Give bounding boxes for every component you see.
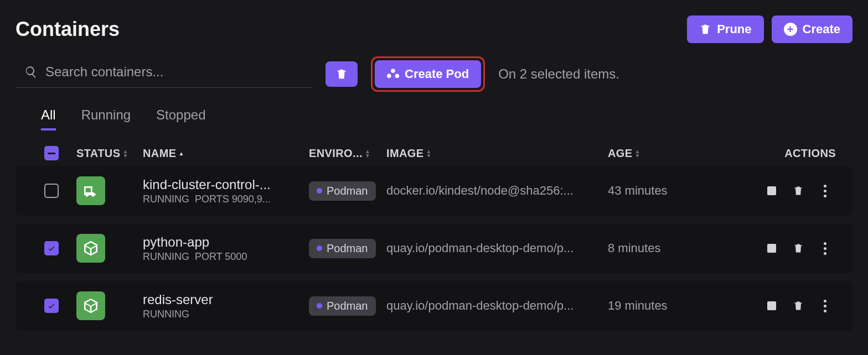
search-field[interactable] xyxy=(16,61,312,88)
create-pod-highlight: Create Pod xyxy=(371,56,485,92)
container-name[interactable]: python-app xyxy=(143,234,298,250)
container-age: 19 minutes xyxy=(608,299,719,313)
col-age[interactable]: AGE xyxy=(608,147,633,159)
plus-circle-icon: + xyxy=(784,23,797,36)
prune-button[interactable]: Prune xyxy=(687,15,763,43)
environment-badge: Podman xyxy=(309,181,376,201)
select-all-checkbox[interactable] xyxy=(44,146,59,160)
col-status[interactable]: STATUS xyxy=(76,147,120,159)
container-status-text: RUNNING xyxy=(143,251,189,263)
container-ports: PORTS 9090,9... xyxy=(195,194,271,205)
col-name[interactable]: NAME xyxy=(143,147,177,159)
table-row: kind-cluster-control-...RUNNINGPORTS 909… xyxy=(16,166,852,216)
col-actions: ACTIONS xyxy=(784,147,836,159)
kebab-icon xyxy=(824,185,826,197)
more-actions-button[interactable] xyxy=(819,300,830,311)
kebab-icon xyxy=(824,300,826,312)
sort-icon: ▲▼ xyxy=(635,149,640,158)
stop-icon xyxy=(767,186,776,195)
status-running-icon xyxy=(76,291,105,320)
selected-items-text: On 2 selected items. xyxy=(498,66,619,82)
delete-button[interactable] xyxy=(793,243,804,254)
stop-button[interactable] xyxy=(766,243,777,254)
delete-button[interactable] xyxy=(793,185,804,196)
env-dot-icon xyxy=(317,188,322,194)
stop-button[interactable] xyxy=(766,300,777,311)
sort-asc-icon: ▲ xyxy=(179,152,184,156)
create-pod-label: Create Pod xyxy=(405,67,469,81)
create-label: Create xyxy=(803,22,840,36)
more-actions-button[interactable] xyxy=(819,243,830,254)
table-row: python-appRUNNINGPORT 5000Podmanquay.io/… xyxy=(16,223,852,273)
container-status-text: RUNNING xyxy=(143,309,189,320)
page-title: Containers xyxy=(16,18,120,41)
container-age: 8 minutes xyxy=(608,241,719,255)
env-dot-icon xyxy=(317,303,322,309)
table-row: redis-serverRUNNINGPodmanquay.io/podman-… xyxy=(16,281,852,331)
container-age: 43 minutes xyxy=(608,184,719,198)
col-environment[interactable]: ENVIRO... xyxy=(309,147,363,159)
pod-icon xyxy=(387,68,399,80)
table-header: STATUS▲▼ NAME▲ ENVIRO...▲▼ IMAGE▲▼ AGE▲▼… xyxy=(16,140,852,166)
tab-all[interactable]: All xyxy=(41,107,56,130)
environment-badge: Podman xyxy=(309,296,376,316)
status-running-icon xyxy=(76,176,105,205)
kebab-icon xyxy=(824,242,826,255)
delete-button[interactable] xyxy=(793,300,804,311)
image-name: quay.io/podman-desktop-demo/p... xyxy=(386,299,608,313)
container-ports: PORT 5000 xyxy=(195,251,247,263)
tab-running[interactable]: Running xyxy=(81,107,131,130)
environment-badge: Podman xyxy=(309,239,376,258)
filter-tabs: AllRunningStopped xyxy=(16,107,852,130)
container-status-text: RUNNING xyxy=(143,194,189,205)
container-name[interactable]: redis-server xyxy=(143,292,298,307)
stop-button[interactable] xyxy=(766,185,777,196)
container-name[interactable]: kind-cluster-control-... xyxy=(143,177,298,192)
trash-icon xyxy=(699,23,711,35)
row-checkbox[interactable] xyxy=(44,241,59,255)
search-icon xyxy=(24,65,38,79)
sort-icon: ▲▼ xyxy=(122,149,128,158)
row-checkbox[interactable] xyxy=(44,299,59,313)
trash-icon xyxy=(335,68,348,80)
col-image[interactable]: IMAGE xyxy=(386,147,424,159)
more-actions-button[interactable] xyxy=(819,185,830,196)
create-pod-button[interactable]: Create Pod xyxy=(375,60,481,88)
create-button[interactable]: + Create xyxy=(772,15,852,43)
search-input[interactable] xyxy=(45,64,312,80)
image-name: docker.io/kindest/node@sha256:... xyxy=(386,184,608,198)
tab-stopped[interactable]: Stopped xyxy=(156,107,205,130)
bulk-delete-button[interactable] xyxy=(326,61,358,87)
image-name: quay.io/podman-desktop-demo/p... xyxy=(386,241,608,255)
stop-icon xyxy=(767,244,776,253)
prune-label: Prune xyxy=(717,22,751,36)
sort-icon: ▲▼ xyxy=(426,149,432,158)
status-running-icon xyxy=(76,234,105,263)
stop-icon xyxy=(767,301,776,310)
sort-icon: ▲▼ xyxy=(365,149,370,158)
row-checkbox[interactable] xyxy=(44,184,59,198)
env-dot-icon xyxy=(317,246,322,251)
